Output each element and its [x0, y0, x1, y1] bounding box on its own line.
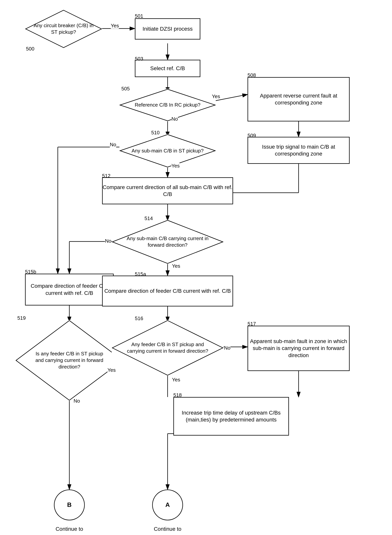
num-517: 517	[247, 321, 256, 327]
yes-500: Yes	[111, 23, 119, 29]
node-503: Select ref. C/B	[135, 60, 200, 77]
no-510: No	[110, 142, 116, 148]
node-514: Any sub-main C/B carrying current in for…	[112, 220, 224, 264]
node-519: Is any feeder C/B in ST pickup and carry…	[15, 320, 123, 401]
no-505: No	[171, 116, 178, 122]
node-517: Apparent sub-main fault in zone in which…	[247, 326, 350, 371]
node-516: Any feeder C/B in ST pickup and carrying…	[112, 320, 224, 376]
no-519: No	[74, 398, 80, 404]
continue-b: Continue to	[46, 524, 93, 534]
node-515a: Compare direction of feeder C/B current …	[102, 276, 233, 306]
num-515b: 515b	[25, 269, 36, 275]
node-509: Issue trip signal to main C/B at corresp…	[247, 137, 350, 164]
num-508: 508	[247, 72, 256, 78]
circle-a: A	[152, 489, 183, 520]
yes-505: Yes	[212, 94, 220, 99]
num-500: 500	[26, 46, 34, 52]
yes-516: Yes	[172, 377, 180, 383]
yes-514: Yes	[172, 263, 180, 269]
num-503: 503	[135, 56, 143, 62]
node-500: Any circuit breaker (C/B) in ST pickup?	[25, 10, 102, 48]
node-518: Increase trip time delay of upstream C/B…	[173, 397, 289, 436]
num-519: 519	[17, 315, 26, 321]
node-510: Any sub-main C/B in ST pickup?	[119, 134, 216, 168]
num-510: 510	[151, 130, 159, 136]
num-512: 512	[102, 173, 110, 179]
node-505: Reference C/B In RC pickup?	[119, 89, 216, 122]
num-515a: 515a	[135, 271, 146, 277]
continue-a: Continue to	[145, 524, 191, 534]
num-514: 514	[145, 216, 153, 221]
node-515b: Compare direction of feeder C/B current …	[25, 274, 114, 305]
circle-b: B	[54, 489, 85, 520]
node-512: Compare current direction of all sub-mai…	[102, 177, 233, 204]
no-514: No	[105, 238, 111, 244]
node-501: Initiate DZSI process	[135, 18, 200, 39]
num-509: 509	[247, 133, 256, 139]
num-518: 518	[173, 392, 182, 398]
flowchart: Any circuit breaker (C/B) in ST pickup? …	[0, 0, 392, 535]
num-516: 516	[135, 315, 143, 321]
node-508: Apparent reverse current fault at corres…	[247, 77, 350, 122]
no-516: No	[224, 345, 230, 351]
num-505: 505	[121, 86, 130, 92]
yes-510: Yes	[171, 163, 180, 169]
num-501: 501	[135, 13, 143, 19]
